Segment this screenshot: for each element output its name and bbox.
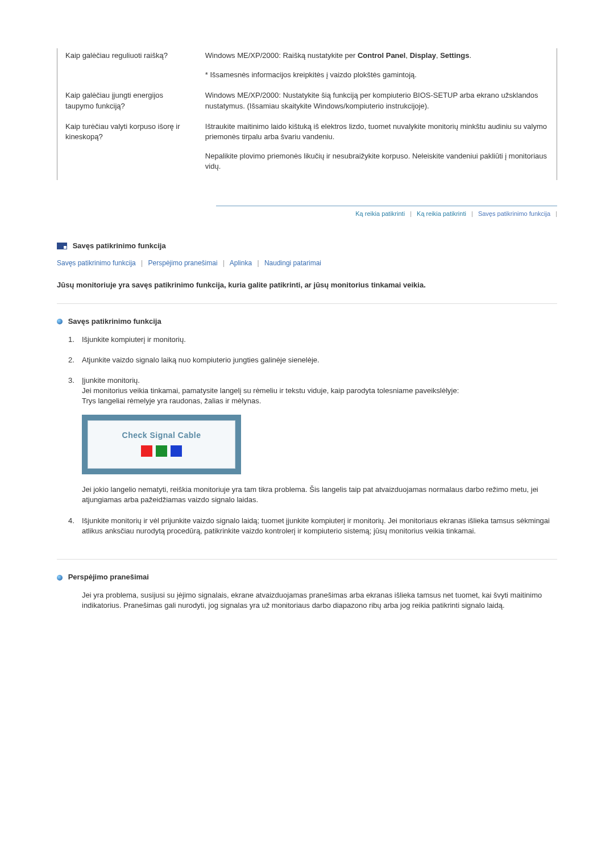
faq-note: * Išsamesnės informacijos kreipkitės į v…	[205, 70, 549, 80]
bullet-icon	[57, 575, 63, 581]
section-title: Savęs patikrinimo funkcija	[73, 241, 166, 251]
bold-text: Display	[410, 51, 436, 60]
section-header: Savęs patikrinimo funkcija	[57, 241, 557, 252]
text: Ištraukite maitinimo laido kištuką iš el…	[205, 122, 549, 142]
signal-label: Check Signal Cable	[95, 430, 228, 441]
color-squares	[95, 445, 228, 457]
separator: |	[471, 210, 473, 217]
step-list: 1. Išjunkite kompiuterį ir monitorių. 2.…	[57, 335, 557, 536]
step-text: Išjunkite kompiuterį ir monitorių.	[82, 335, 186, 344]
faq-row: Kaip galėčiau įjungti energijos taupymo …	[57, 88, 557, 119]
separator: |	[410, 210, 412, 217]
tab-link[interactable]: Ką reikia patikrinti	[352, 210, 408, 217]
bold-text: Settings	[440, 51, 469, 60]
step-text: Atjunkite vaizdo signalo laiką nuo kompi…	[82, 356, 320, 364]
inner-links: Savęs patikrinimo funkcija | Perspėjimo …	[57, 258, 557, 268]
heading-text: Savęs patikrinimo funkcija	[68, 317, 161, 326]
section-icon	[57, 243, 67, 249]
bullet-icon	[57, 319, 63, 324]
list-item: 2. Atjunkite vaizdo signalo laiką nuo ko…	[70, 355, 557, 365]
red-square-icon	[141, 445, 152, 457]
text: Windows ME/XP/2000: Raišką nustatykite p…	[205, 51, 358, 60]
sub-heading: Savęs patikrinimo funkcija	[57, 316, 557, 327]
text: Nepalikite plovimo priemonės likučių ir …	[205, 151, 549, 172]
sub-heading: Perspėjimo pranešimai	[57, 572, 557, 582]
divider	[57, 303, 557, 304]
step-number: 1.	[68, 335, 74, 345]
tabs-bar: Ką reikia patikrinti | Ką reikia patikri…	[216, 206, 557, 218]
step-number: 3.	[68, 375, 74, 386]
anchor-link[interactable]: Naudingi patarimai	[264, 259, 321, 267]
faq-row: Kaip turėčiau valyti korpuso išorę ir ki…	[57, 119, 557, 180]
faq-answer: Windows ME/XP/2000: Raišką nustatykite p…	[197, 48, 557, 88]
separator: |	[219, 259, 228, 267]
faq-question: Kaip galėčiau įjungti energijos taupymo …	[57, 88, 197, 119]
heading-text: Perspėjimo pranešimai	[68, 573, 149, 581]
separator: |	[555, 210, 557, 217]
faq-answer: Windows ME/XP/2000: Nustatykite šią funk…	[197, 88, 557, 119]
faq-question: Kaip turėčiau valyti korpuso išorę ir ki…	[57, 119, 197, 180]
faq-table: Kaip galėčiau reguliuoti raišką? Windows…	[57, 48, 557, 180]
anchor-link[interactable]: Savęs patikrinimo funkcija	[57, 259, 136, 267]
signal-inner: Check Signal Cable	[88, 420, 235, 469]
bold-text: Control Panel	[358, 51, 406, 60]
anchor-link[interactable]: Aplinka	[230, 259, 252, 267]
faq-question: Kaip galėčiau reguliuoti raišką?	[57, 48, 197, 88]
tab-link[interactable]: Ką reikia patikrinti	[413, 210, 470, 217]
blue-square-icon	[171, 445, 182, 457]
text: Windows ME/XP/2000: Nustatykite šią funk…	[205, 90, 549, 111]
warning-section: Perspėjimo pranešimai Jei yra problema, …	[57, 572, 557, 611]
list-item: 3. Įjunkite monitorių. Jei monitorius ve…	[70, 375, 557, 506]
list-item: 1. Išjunkite kompiuterį ir monitorių.	[70, 335, 557, 345]
anchor-link[interactable]: Perspėjimo pranešimai	[148, 259, 218, 267]
step-text: Trys langeliai rėmelyje yra raudonas, ža…	[82, 397, 261, 405]
step-number: 4.	[68, 516, 74, 526]
faq-row: Kaip galėčiau reguliuoti raišką? Windows…	[57, 48, 557, 88]
text: .	[469, 51, 471, 60]
tab-link-active[interactable]: Savęs patikrinimo funkcija	[475, 210, 554, 217]
list-item: 4. Išjunkite monitorių ir vėl prijunkite…	[70, 516, 557, 536]
separator: |	[254, 259, 262, 267]
step-number: 2.	[68, 355, 74, 365]
green-square-icon	[156, 445, 167, 457]
step-text: Jei monitorius veikia tinkamai, pamatysi…	[82, 386, 459, 395]
divider	[57, 559, 557, 560]
separator: |	[138, 259, 146, 267]
step-text: Išjunkite monitorių ir vėl prijunkite va…	[82, 516, 550, 535]
signal-cable-box: Check Signal Cable	[82, 415, 241, 475]
step-after-text: Jei jokio langelio nematyti, reiškia mon…	[82, 485, 557, 505]
intro-text: Jūsų monitoriuje yra savęs patikrinimo f…	[57, 280, 557, 290]
body-block: Jei yra problema, susijusi su įėjimo sig…	[57, 590, 557, 611]
faq-answer: Ištraukite maitinimo laido kištuką iš el…	[197, 119, 557, 180]
text: ,	[405, 51, 409, 60]
step-text: Įjunkite monitorių.	[82, 376, 140, 385]
body-text: Jei yra problema, susijusi su įėjimo sig…	[82, 590, 557, 611]
